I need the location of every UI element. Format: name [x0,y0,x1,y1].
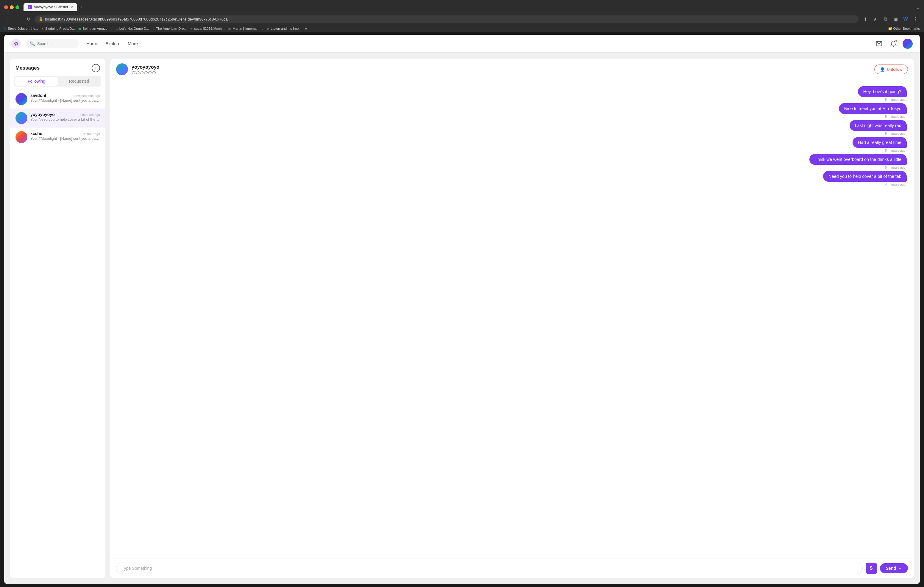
notification-badge [895,39,898,42]
bookmark-folder[interactable]: 📁 Other Bookmarks [888,26,920,31]
send-button[interactable]: Send → [880,563,908,573]
chat-header-info: yoyoyoyoyo @yoyoyoyoyo [132,64,874,74]
back-button[interactable]: ← [4,15,12,23]
conversation-item-kcchu[interactable]: kcchu an hour ago You: #Moonlight - [Nam… [10,128,106,146]
sidebar-button[interactable]: ▣ [891,15,899,23]
nav-more[interactable]: More [128,41,138,46]
messages-sidebar: Messages + Following Requested savdont a… [10,59,106,578]
user-avatar-nav[interactable] [903,39,913,49]
conversation-time-savdont: a few seconds ago [73,94,100,97]
dollar-label: $ [870,566,873,571]
message-bubble-2: Nice to meet you at Eth Tokyo [839,103,907,114]
message-input[interactable] [116,562,863,574]
nav-links: Home Explore More [86,41,138,46]
bookmark-item[interactable]: ◉ Martin Kleppmann... [228,27,263,31]
bookmark-item[interactable]: ≡ The American-Dre... [153,27,186,30]
bookmark-item[interactable]: □ Let's Not Dumb D... [116,27,149,30]
nav-home[interactable]: Home [86,41,98,46]
conversation-avatar-yoyoyoyoyo [15,112,27,124]
message-bubble-6: Need you to help cover a bit of the tab [823,171,907,182]
extensions-button[interactable]: ⧉ [881,15,889,23]
unfollow-label: Unfollow [887,67,902,72]
bookmark-label: Being an Amazon... [82,27,112,30]
navigation-bar: ← → ↻ 🔒 localhost:4783/messages/0xac8b86… [0,13,924,25]
following-tab[interactable]: Following [15,77,58,86]
sidebar-title: Messages [15,65,40,71]
folder-label: Other Bookmarks [893,27,920,30]
bookmark-item[interactable]: ◼ Being an Amazon... [78,27,112,31]
conversation-preview-yoyoyoyoyo: You: Need you to help cover a bit of the… [30,117,100,122]
dollar-button[interactable]: $ [866,562,877,574]
conversation-time-yoyoyoyoyo: 4 minutes ago [79,113,100,117]
browser-chrome: L yoyoyoyoyo • Lenster × + ⌄ ← → ↻ 🔒 loc… [0,0,924,32]
bookmark-label: Martin Kleppmann... [233,27,263,30]
sidebar-header: Messages + [10,59,106,76]
bookmark-item[interactable]: ● Sledging Preda/D... [42,27,75,30]
message-bubble-4: Had a really great time [853,137,907,148]
share-button[interactable]: ⬆ [861,15,869,23]
conversation-info-kcchu: kcchu an hour ago You: #Moonlight - [Nam… [30,131,100,141]
message-time-2: 5 minutes ago [885,115,906,118]
message-time-1: 5 minutes ago [885,98,906,101]
bookmark-item[interactable]: ◆ Lipton and his Imp... [267,27,302,31]
nav-explore[interactable]: Explore [106,41,120,46]
search-input[interactable] [37,41,75,46]
tab-strip-right: ⌄ [916,5,920,10]
message-row-4: Had a really great time 5 minutes ago [117,137,907,152]
requested-tab[interactable]: Requested [58,77,100,86]
bookmark-icon-1: V [4,27,6,30]
bookmark-item[interactable]: V Steve Jobs on the... [4,27,38,30]
bookmark-label: Sledging Preda/D... [45,27,75,30]
profile-button[interactable]: W [901,15,910,23]
message-row-6: Need you to help cover a bit of the tab … [117,171,907,186]
nav-actions: ⬆ ★ ⧉ ▣ W ⋮ [861,15,920,23]
tab-close-button[interactable]: × [71,5,73,10]
bookmark-icon-5: ≡ [153,27,155,30]
message-time-5: 5 minutes ago [885,166,906,169]
bookmark-label: The American-Dre... [156,27,186,30]
bookmark-item[interactable]: ◈ susanli2016/Mach... [190,27,224,31]
message-bubble-5: Think we went overboard on the drinks a … [809,154,907,165]
forward-button[interactable]: → [14,15,22,23]
message-row-1: Hey, how's it going? 5 minutes ago [117,86,907,101]
app-nav-right [874,39,913,49]
conversation-list: savdont a few seconds ago You: #Moonligh… [10,89,106,578]
bookmark-icon-6: ◈ [190,27,193,31]
minimize-window-button[interactable] [10,5,14,9]
close-window-button[interactable] [4,5,8,9]
address-bar[interactable]: 🔒 localhost:4783/messages/0xac8b8699693a… [35,15,858,23]
svg-text:✿: ✿ [14,41,18,47]
conversation-name-savdont: savdont [30,93,46,98]
bookmark-icon-7: ◉ [228,27,231,31]
conversation-top: yoyoyoyoyo 4 minutes ago [30,112,100,117]
conversation-avatar-savdont [15,93,27,105]
maximize-window-button[interactable] [15,5,19,9]
conversation-info-yoyoyoyoyo: yoyoyoyoyo 4 minutes ago You: Need you t… [30,112,100,122]
conversation-info-savdont: savdont a few seconds ago You: #Moonligh… [30,93,100,103]
unfollow-icon: 👤 [880,67,885,72]
active-tab[interactable]: L yoyoyoyoyo • Lenster × [23,3,77,11]
folder-icon: 📁 [888,26,892,31]
message-time-6: 4 minutes ago [885,183,906,186]
title-bar: L yoyoyoyoyo • Lenster × + ⌄ [0,0,924,13]
new-conversation-button[interactable]: + [92,64,100,72]
conversation-item-savdont[interactable]: savdont a few seconds ago You: #Moonligh… [10,89,106,109]
message-row-3: Last night was really rad 5 minutes ago [117,120,907,135]
bookmark-label: Let's Not Dumb D... [119,27,149,30]
bookmark-more[interactable]: » [305,27,307,30]
bookmark-button[interactable]: ★ [871,15,879,23]
new-tab-button[interactable]: + [78,4,85,10]
app-window: ✿ 🔍 Home Explore More [4,35,920,584]
refresh-button[interactable]: ↻ [25,15,32,23]
bookmark-label: susanli2016/Mach... [194,27,224,30]
notifications-button[interactable] [888,39,898,49]
message-row-5: Think we went overboard on the drinks a … [117,154,907,169]
unfollow-button[interactable]: 👤 Unfollow [874,64,908,74]
conversation-top: savdont a few seconds ago [30,93,100,98]
conversation-item-yoyoyoyoyo[interactable]: yoyoyoyoyo 4 minutes ago You: Need you t… [10,109,106,128]
search-box[interactable]: 🔍 [26,39,79,48]
tab-bar: L yoyoyoyoyo • Lenster × + ⌄ [23,3,920,11]
menu-button[interactable]: ⋮ [911,15,920,23]
mail-button[interactable] [874,39,884,49]
message-bubble-3: Last night was really rad [850,120,907,131]
